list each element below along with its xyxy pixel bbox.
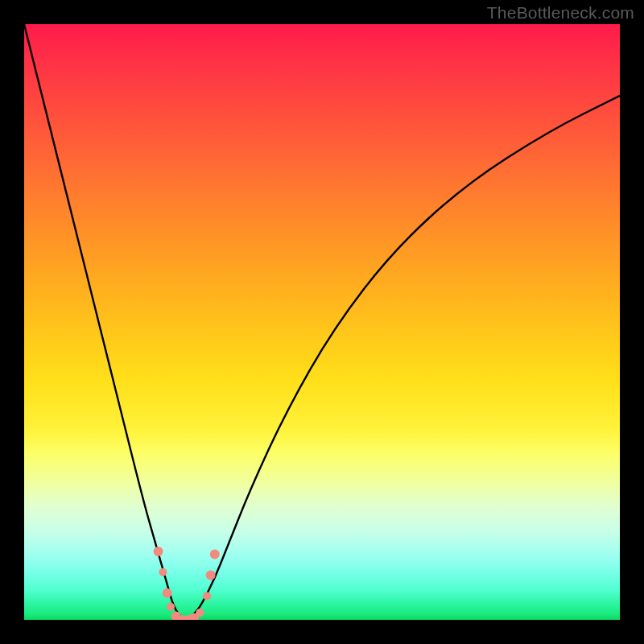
marker-dot bbox=[154, 547, 163, 556]
marker-dot bbox=[210, 550, 220, 559]
marker-layer bbox=[154, 547, 220, 620]
watermark-text: TheBottleneck.com bbox=[487, 3, 634, 23]
marker-dot bbox=[206, 571, 216, 580]
marker-dot bbox=[196, 609, 204, 617]
plot-area bbox=[24, 24, 620, 620]
chart-frame: TheBottleneck.com bbox=[0, 0, 644, 644]
marker-dot bbox=[167, 603, 175, 611]
marker-dot bbox=[163, 588, 172, 598]
bottleneck-curve bbox=[24, 24, 620, 619]
marker-dot bbox=[203, 592, 211, 600]
curve-layer bbox=[24, 24, 620, 619]
marker-dot bbox=[159, 568, 167, 576]
chart-svg bbox=[24, 24, 620, 620]
